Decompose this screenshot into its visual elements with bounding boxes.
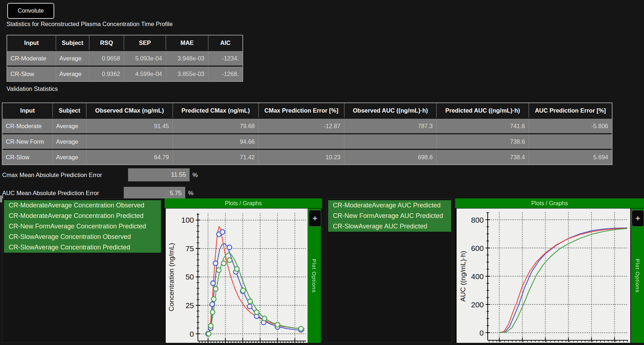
table-header-cell: Predicted AUC ((ng/mL)·h)	[437, 103, 529, 118]
table-cell	[86, 134, 173, 149]
table-cell: -1234.	[208, 51, 242, 66]
svg-text:400: 400	[471, 272, 484, 281]
auc-plot-panel: Plots / Graphs 0200400600800AUC ((ng/mL)…	[455, 198, 644, 343]
legend-item[interactable]: CR-ModerateAverage Concentration Predict…	[4, 211, 161, 221]
table-header-cell: Subject	[56, 35, 89, 50]
concentration-legend-list: CR-ModerateAverage Concentration Observe…	[4, 200, 161, 253]
table-cell: 5.093e-04	[124, 51, 166, 66]
table-cell: 787.3	[344, 119, 437, 133]
table-cell: 5.694	[529, 150, 612, 164]
table-header-row: InputSubjectObserved CMax (ng/mL)Predict…	[3, 103, 612, 118]
legend-item[interactable]: CR-SlowAverage Concentration Predicted	[4, 242, 161, 253]
svg-text:200: 200	[471, 300, 484, 309]
cmax-mape-unit: %	[192, 172, 198, 178]
svg-text:600: 600	[471, 244, 484, 252]
concentration-chart: 0255075100Concentration (ng/mL)	[166, 209, 308, 343]
plot-options-tab[interactable]: Plot Options	[635, 259, 641, 293]
table-cell: 0.9362	[89, 67, 124, 81]
table-cell: 71.42	[173, 150, 259, 164]
table-cell: -12.87	[259, 119, 344, 133]
table-cell: 10.23	[259, 150, 344, 164]
table-header-cell: RSQ	[89, 35, 124, 50]
table-cell: 94.66	[173, 134, 259, 149]
svg-text:75: 75	[186, 244, 194, 253]
table-header-cell: AIC	[208, 35, 242, 50]
table-row: CR-ModerateAverage0.96585.093e-043.948e-…	[7, 51, 242, 66]
auc-legend-list: CR-ModerateAverage AUC PredictedCR-New F…	[328, 200, 451, 232]
table-cell: 91.45	[86, 119, 173, 133]
table-header-row: InputSubjectRSQSEPMAEAIC	[7, 35, 242, 50]
legend-item[interactable]: CR-ModerateAverage AUC Predicted	[328, 200, 451, 211]
table-header-cell: Predicted CMax (ng/mL)	[173, 103, 259, 118]
table-cell: 3.948e-03	[166, 51, 208, 66]
table-cell: 0.9658	[89, 51, 124, 66]
table-cell: 738.4	[437, 150, 529, 164]
table-cell: 3.855e-03	[166, 67, 208, 81]
table-cell: 4.599e-04	[124, 67, 166, 81]
y-axis-label: AUC ((ng/mL)·h)	[459, 251, 467, 302]
table-cell: 79.68	[173, 119, 259, 133]
table-header-cell: Observed AUC ((ng/mL)·h)	[344, 103, 437, 118]
auc-legend-panel: CR-ModerateAverage AUC PredictedCR-New F…	[326, 198, 452, 343]
convolute-button[interactable]: Convolute	[7, 3, 54, 19]
table-cell	[344, 134, 437, 149]
auc-chart: 0200400600800AUC ((ng/mL)·h)	[457, 209, 630, 343]
table-cell	[259, 134, 344, 149]
svg-text:0: 0	[479, 329, 484, 337]
y-axis-label: Concentration (ng/mL)	[168, 243, 175, 311]
concentration-plot-panel: Plots / Graphs 0255075100Concentration (…	[165, 198, 322, 343]
auc-mape-field[interactable]: 5.75	[124, 187, 185, 199]
concentration-legend-panel: CR-ModerateAverage Concentration Observe…	[2, 198, 165, 343]
table-header-cell: CMax Prediction Error [%]	[259, 103, 344, 118]
table-cell: CR-Moderate	[3, 119, 53, 133]
auc-plot-canvas[interactable]: 0200400600800AUC ((ng/mL)·h)	[457, 209, 630, 343]
validation-section-title: Validation Statistics	[7, 85, 58, 92]
plots-graphs-header: Plots / Graphs	[455, 198, 644, 208]
table-cell: CR-Slow	[7, 67, 56, 81]
table-row: CR-SlowAverage0.93624.599e-043.855e-03-1…	[7, 67, 242, 81]
svg-text:0: 0	[190, 330, 194, 338]
table-cell: CR-Slow	[3, 150, 53, 164]
legend-item[interactable]: CR-SlowAverage AUC Predicted	[328, 221, 451, 232]
table-cell: Average	[56, 67, 89, 81]
table-cell: 698.6	[344, 150, 437, 164]
svg-text:50: 50	[186, 273, 194, 281]
table-cell: 738.6	[437, 134, 529, 149]
validation-table: InputSubjectObserved CMax (ng/mL)Predict…	[2, 102, 613, 165]
table-cell: 741.6	[437, 119, 529, 133]
table-cell	[529, 134, 612, 149]
table-cell: 64.79	[86, 150, 173, 164]
table-cell: Average	[53, 134, 86, 149]
table-cell: Average	[56, 51, 89, 66]
add-plot-button[interactable]: +	[309, 210, 321, 227]
legend-item[interactable]: CR-SlowAverage Concentration Observed	[4, 232, 161, 242]
table-cell: Average	[53, 119, 86, 133]
plot-options-strip: Plot Options	[631, 209, 644, 343]
table-row: CR-SlowAverage64.7971.4210.23698.6738.45…	[3, 150, 612, 164]
auc-mape-label: AUC Mean Absolute Prediction Error	[2, 190, 99, 197]
table-header-cell: Observed CMax (ng/mL)	[86, 103, 173, 118]
stats-section-title: Statistics for Reconstructed Plasma Conc…	[7, 21, 173, 28]
table-header-cell: Subject	[53, 103, 86, 118]
table-header-cell: SEP	[124, 35, 166, 50]
legend-item[interactable]: CR-New FormAverage Concentration Predict…	[4, 221, 161, 232]
legend-item[interactable]: CR-New FormAverage AUC Predicted	[328, 211, 451, 221]
table-header-cell: AUC Prediction Error [%]	[529, 103, 612, 118]
table-row: CR-New FormAverage94.66738.6	[3, 134, 612, 149]
table-cell: -5.806	[529, 119, 612, 133]
svg-text:100: 100	[181, 216, 194, 224]
table-header-cell: Input	[3, 103, 53, 118]
stats-table: InputSubjectRSQSEPMAEAICCR-ModerateAvera…	[7, 35, 243, 82]
cmax-mape-label: Cmax Mean Absolute Prediction Error	[2, 172, 102, 178]
table-cell: CR-New Form	[3, 134, 53, 149]
legend-item[interactable]: CR-ModerateAverage Concentration Observe…	[4, 200, 161, 211]
add-plot-button[interactable]: +	[632, 210, 644, 227]
auc-mape-unit: %	[188, 190, 194, 197]
concentration-plot-canvas[interactable]: 0255075100Concentration (ng/mL)	[166, 209, 308, 343]
app-window: Convolute Statistics for Reconstructed P…	[0, 0, 644, 345]
table-header-cell: MAE	[166, 35, 208, 50]
cmax-mape-field[interactable]: 11.55	[128, 168, 190, 181]
svg-text:25: 25	[186, 301, 194, 310]
plot-options-tab[interactable]: Plot Options	[311, 259, 317, 293]
table-cell: Average	[53, 150, 86, 164]
